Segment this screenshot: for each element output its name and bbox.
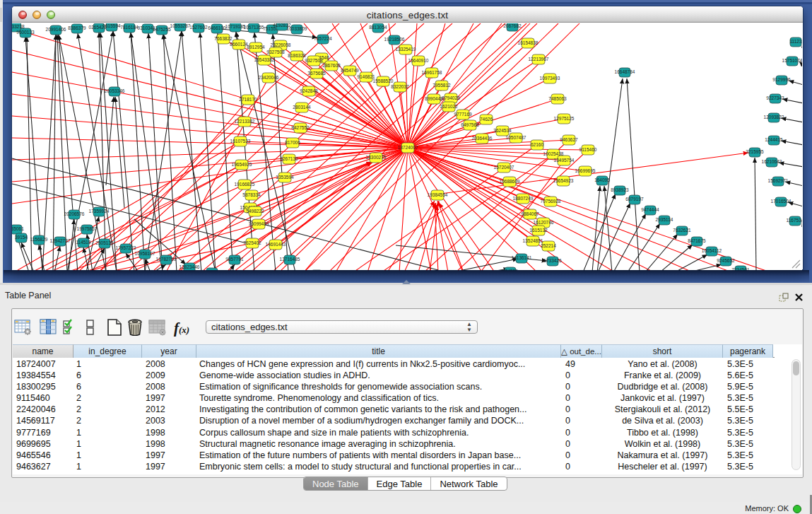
svg-text:12093822: 12093822 — [764, 115, 784, 119]
svg-text:12823446: 12823446 — [180, 264, 200, 269]
svg-text:13325419: 13325419 — [396, 47, 416, 52]
svg-text:9777169: 9777169 — [454, 112, 472, 117]
svg-text:8322037: 8322037 — [391, 84, 409, 89]
svg-text:10507487: 10507487 — [506, 135, 526, 140]
svg-text:7632621: 7632621 — [673, 228, 691, 233]
svg-text:2087682: 2087682 — [503, 23, 522, 28]
svg-text:16210643: 16210643 — [762, 159, 782, 164]
svg-text:9227343: 9227343 — [766, 95, 784, 100]
svg-text:13524851: 13524851 — [523, 238, 543, 243]
svg-text:8454749: 8454749 — [341, 68, 359, 73]
svg-text:3215955: 3215955 — [746, 149, 764, 154]
svg-text:23226058: 23226058 — [271, 42, 291, 47]
svg-text:2505135: 2505135 — [95, 240, 114, 245]
svg-text:9129996: 9129996 — [772, 77, 791, 82]
svg-text:1615594: 1615594 — [102, 23, 121, 28]
svg-text:6475255: 6475255 — [153, 27, 171, 32]
svg-text:10543382: 10543382 — [254, 57, 275, 62]
svg-text:8660124: 8660124 — [230, 42, 248, 47]
svg-text:2935114: 2935114 — [656, 217, 673, 222]
svg-text:6794028: 6794028 — [442, 95, 460, 100]
svg-text:9245652: 9245652 — [717, 258, 735, 263]
svg-text:18807249: 18807249 — [513, 196, 534, 201]
svg-text:20053346: 20053346 — [105, 88, 125, 93]
svg-text:20991406: 20991406 — [46, 27, 66, 32]
svg-text:19975857: 19975857 — [77, 226, 98, 231]
svg-text:9242848: 9242848 — [300, 88, 318, 93]
svg-text:20364436: 20364436 — [472, 136, 493, 141]
svg-text:16120746: 16120746 — [534, 220, 554, 225]
svg-text:70756928: 70756928 — [541, 199, 561, 204]
svg-text:14691443: 14691443 — [266, 242, 286, 247]
svg-text:8386379: 8386379 — [68, 25, 86, 30]
svg-text:6879197: 6879197 — [625, 197, 644, 201]
svg-text:17359924: 17359924 — [89, 209, 110, 214]
svg-text:7485063: 7485063 — [548, 96, 567, 101]
svg-text:10553287: 10553287 — [170, 23, 191, 28]
svg-text:14136141: 14136141 — [512, 255, 532, 260]
svg-text:16107533: 16107533 — [230, 139, 251, 144]
svg-text:13654923: 13654923 — [553, 178, 574, 183]
svg-text:19654925: 19654925 — [232, 162, 252, 167]
svg-text:9474444: 9474444 — [641, 207, 659, 212]
svg-text:114519: 114519 — [76, 240, 91, 245]
svg-text:18300275: 18300275 — [366, 155, 387, 160]
svg-text:8912954: 8912954 — [247, 45, 265, 49]
svg-text:9327508: 9327508 — [305, 58, 323, 63]
svg-text:15692971: 15692971 — [768, 178, 789, 183]
svg-text:20206576: 20206576 — [64, 211, 85, 216]
svg-text:9884067: 9884067 — [521, 211, 539, 216]
svg-text:2803144: 2803144 — [293, 105, 311, 110]
svg-text:252214: 252214 — [541, 243, 556, 248]
svg-text:10699695: 10699695 — [575, 168, 596, 173]
svg-text:6497568: 6497568 — [461, 122, 479, 127]
svg-text:10719185: 10719185 — [225, 24, 246, 29]
svg-text:1156829: 1156829 — [30, 237, 48, 242]
svg-text:1244415: 1244415 — [765, 137, 783, 142]
svg-text:12213967: 12213967 — [529, 57, 549, 62]
svg-text:16782759: 16782759 — [156, 257, 177, 262]
svg-text:9600133: 9600133 — [16, 30, 35, 35]
svg-text:8427552: 8427552 — [291, 125, 310, 130]
svg-text:817006: 817006 — [285, 140, 300, 145]
svg-text:7625402: 7625402 — [243, 240, 261, 245]
svg-text:8186328: 8186328 — [288, 53, 306, 58]
svg-text:1615132: 1615132 — [529, 228, 548, 233]
svg-text:7955812: 7955812 — [433, 83, 451, 88]
svg-text:17016504: 17016504 — [771, 199, 792, 204]
svg-text:3624534: 3624534 — [493, 128, 512, 133]
svg-text:12975125: 12975125 — [554, 116, 575, 121]
svg-text:8938923: 8938923 — [611, 187, 629, 192]
svg-text:5878334: 5878334 — [242, 192, 261, 197]
svg-text:62160: 62160 — [531, 142, 543, 147]
svg-text:9857791: 9857791 — [225, 257, 244, 262]
svg-text:10688609: 10688609 — [500, 179, 520, 184]
svg-text:8990448: 8990448 — [425, 96, 443, 101]
svg-text:6466100: 6466100 — [208, 25, 226, 30]
svg-text:17957223: 17957223 — [116, 245, 136, 250]
svg-text:10973493: 10973493 — [540, 76, 560, 81]
svg-text:9463627: 9463627 — [560, 137, 578, 142]
svg-text:7234561: 7234561 — [731, 267, 750, 270]
svg-text:19218506: 19218506 — [384, 37, 405, 42]
svg-text:1621022: 1621022 — [440, 104, 458, 109]
svg-text:3675685: 3675685 — [307, 71, 326, 76]
svg-text:13495754: 13495754 — [554, 158, 575, 163]
svg-text:9115460: 9115460 — [579, 147, 597, 152]
svg-text:1733426: 1733426 — [543, 258, 562, 263]
svg-text:1167534: 1167534 — [787, 218, 802, 223]
svg-text:15720407: 15720407 — [494, 165, 514, 170]
svg-text:2867608: 2867608 — [322, 63, 341, 68]
svg-text:7357224: 7357224 — [314, 36, 332, 41]
svg-text:5498222: 5498222 — [246, 209, 264, 214]
svg-text:16961758: 16961758 — [422, 70, 442, 75]
svg-text:11123: 11123 — [789, 39, 801, 44]
svg-text:9327508: 9327508 — [266, 49, 285, 54]
svg-text:16648784: 16648784 — [615, 69, 635, 74]
svg-text:1353594: 1353594 — [276, 175, 294, 180]
svg-text:10958107: 10958107 — [135, 251, 155, 256]
svg-text:10671355: 10671355 — [244, 25, 264, 30]
svg-text:19166825: 19166825 — [235, 182, 255, 187]
svg-text:3267130: 3267130 — [280, 156, 298, 161]
svg-text:16099489: 16099489 — [249, 221, 269, 226]
